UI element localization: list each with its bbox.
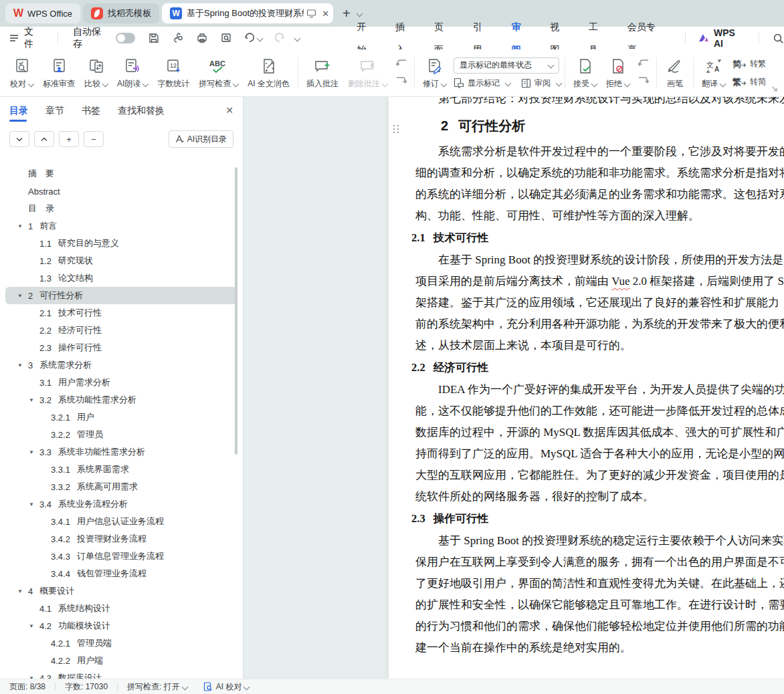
document-page[interactable]: 第七部分结论：对投资理财系统设计与实现的总结以及对该系统未来发展的展望。H12可… [389,97,784,679]
outline-item-2.3[interactable]: 2.3操作可行性 [5,339,237,356]
document-text-line[interactable]: 建一个当前在操作中的系统是绝对实用的。 [415,637,784,659]
collapse-arrow-icon[interactable]: ▼ [27,397,39,403]
accept-revision-button[interactable]: 接受 [569,52,601,94]
save-button[interactable] [148,32,160,44]
collapse-arrow-icon[interactable]: ▼ [27,623,39,629]
document-text-line[interactable]: 架搭建。鉴于其广泛的应用领域，它还展现出了良好的兼容性和扩展能力，在当 [415,292,784,314]
outline-item-3.2[interactable]: ▼3.2系统功能性需求分析 [5,391,237,409]
simplified-to-traditional-button[interactable]: 简 转繁 [732,58,766,70]
export-pdf-button[interactable] [172,32,184,44]
next-revision-icon[interactable] [638,76,650,87]
outline-item-3.4.3[interactable]: 3.4.3订单信息管理业务流程 [5,548,237,565]
spellcheck-flagged-word[interactable]: Vue [611,275,629,287]
document-text-line[interactable]: 细的调查和分析，以确定系统的功能和非功能需求。系统需求分析是指对将要开发 [415,162,784,184]
outline-item-3.2.1[interactable]: 3.2.1用户 [5,409,237,426]
document-text-line[interactable]: 的系统的详细分析，以确定其必须满足的业务需求和功能需求。这包括对系统的架 [415,184,784,205]
document-text-line[interactable]: 持而得到了广泛的应用。MySQL 适合于各种大小的应用，无论是小型的网站还是 [415,443,784,465]
outline-item-2[interactable]: ▼2可行性分析 [5,287,237,304]
spell-check-button[interactable]: ABC 拼写检查 [194,52,243,94]
sidebar-scrollbar[interactable] [235,167,237,455]
outline-item-3.4[interactable]: ▼3.4系统业务流程分析 [5,495,237,513]
hamburger-menu-icon[interactable] [9,34,19,42]
document-text-line[interactable]: 构、功能、性能、可用性、可维护性等方面的深入理解。 [415,205,784,227]
outline-item-Abstract[interactable]: Abstract [5,183,237,200]
sidebar-tab-查找和替换[interactable]: 查找和替换 [118,97,165,124]
proofread-button[interactable]: 校对 [5,52,38,94]
autosave-toggle-off[interactable] [116,33,136,43]
word-count-button[interactable]: 12 字数统计 [153,52,194,94]
document-text-line[interactable]: 前的系统架构中，充分利用各种开源功能，为系统的开发带来了极大的便利。综 [415,314,784,335]
ai-read-aloud-button[interactable]: AI朗读 [112,52,153,94]
outline-item-1[interactable]: ▼1前言 [5,217,237,235]
outline-item-3[interactable]: ▼3系统需求分析 [5,356,237,374]
document-text-line[interactable]: IDEA 作为一个广受好评的集成开发平台，为开发人员提供了尖端的功能和性 [415,379,784,400]
file-menu[interactable]: 文件 [24,26,43,50]
collapse-arrow-icon[interactable]: ▼ [16,223,28,229]
outline-item-4.2.2[interactable]: 4.2.2用户端 [5,652,237,669]
outline-item-目 录[interactable]: 目 录 [5,200,237,217]
collapse-ribbon-icon[interactable] [771,86,779,93]
outline-item-1.2[interactable]: 1.2研究现状 [5,252,237,269]
print-preview-button[interactable] [220,32,232,44]
zoom-in-outline-button[interactable]: + [59,131,79,147]
collapse-arrow-icon[interactable]: ▼ [16,293,28,299]
outline-item-4.2[interactable]: ▼4.2功能模块设计 [5,617,237,634]
insert-comment-button[interactable]: 插入批注 [302,52,343,94]
expand-all-button[interactable] [9,131,29,147]
ai-polish-button[interactable]: AI 全文润色 [243,52,294,94]
spell-check-status[interactable]: 拼写检查: 打开 [127,681,187,693]
document-text-line[interactable]: 系统需求分析是软件开发过程中的一个重要阶段，它涉及对将要开发的系统进 [415,141,784,162]
print-button[interactable] [196,32,208,44]
wps-ai-button[interactable]: WPS AI [698,27,747,49]
outline-item-3.3.2[interactable]: 3.3.2系统高可用需求 [5,478,237,495]
heading-2.1[interactable]: 2.1技术可行性 [411,227,784,249]
redo-button-disabled[interactable] [274,33,285,43]
document-text-line[interactable]: 了更好地吸引用户，界面的简洁性和直观性变得尤为关键。在此基础上，还需要 [415,573,784,594]
outline-item-4.3[interactable]: ▼4.3数据库设计 [5,669,237,679]
sidebar-tab-书签[interactable]: 书签 [82,97,100,124]
tab-wps-home[interactable]: W WPS Office [5,3,80,23]
translate-button[interactable]: 文A 翻译 [697,52,730,94]
page-indicator[interactable]: 页面: 8/38 [9,681,45,693]
outline-item-3.4.2[interactable]: 3.4.2投资理财业务流程 [5,530,237,548]
review-pane-button[interactable]: 审阅 [521,78,561,89]
document-text-line[interactable]: 保用户在互联网上享受到令人满意的服务，拥有一个出色的用户界面是不可或缺 [415,552,784,573]
compare-button[interactable]: 比较 [80,52,112,94]
outline-item-2.2[interactable]: 2.2经济可行性 [5,322,237,339]
outline-item-3.2.2[interactable]: 3.2.2管理员 [5,426,237,443]
outline-item-1.3[interactable]: 1.3论文结构 [5,269,237,287]
outline-item-2.1[interactable]: 2.1技术可行性 [5,304,237,322]
next-comment-icon[interactable] [395,76,407,87]
outline-item-3.3.1[interactable]: 3.3.1系统界面需求 [5,461,237,478]
zoom-out-outline-button[interactable]: − [84,131,104,147]
clipped-paragraph-line[interactable]: 第七部分结论：对投资理财系统设计与实现的总结以及对该系统未来发展的展望。 [415,97,784,109]
markup-state-dropdown[interactable]: 显示标记的最终状态 [454,57,559,74]
document-text-line[interactable]: 统软件所处的网络服务器，很好的控制了成本。 [415,486,784,507]
share-screen-icon[interactable] [306,9,316,18]
undo-chevron-icon[interactable] [257,35,264,41]
outline-item-4.2.1[interactable]: 4.2.1管理员端 [5,634,237,652]
undo-button[interactable] [244,33,262,43]
document-text-line[interactable]: 在基于 Spring Boot 的投资理财系统的设计阶段，所使用的开发方法是关键… [415,249,784,271]
heading-2.2[interactable]: 2.2经济可行性 [411,356,784,379]
close-sidebar-icon[interactable]: ✕ [225,105,233,116]
document-text-line[interactable]: 项目采用的是前后端分离技术，前端由 Vue 2.0 框架搭建，后端则使用了 Sp… [415,271,784,292]
redo-chevron-icon[interactable] [294,35,301,41]
outline-item-4.1[interactable]: 4.1系统结构设计 [5,600,237,617]
ai-recognize-toc-button[interactable]: AI识别目录 [169,130,233,148]
delete-comment-button-disabled[interactable]: 删除批注 [343,52,392,94]
collapse-all-button[interactable] [34,131,54,147]
heading-2[interactable]: H12可行性分析 [441,116,784,136]
previous-comment-icon[interactable] [395,59,407,70]
document-text-line[interactable]: 的扩展性和安全性，以确保它能够稳定且可靠地工作。在进行设计时，需要考虑 [415,594,784,616]
search-icon[interactable] [773,33,784,44]
heading-2.3[interactable]: 2.3操作可行性 [411,507,784,530]
standard-review-button[interactable]: 标准审查 [38,52,80,94]
outline-item-3.3[interactable]: ▼3.3系统非功能性需求分析 [5,443,237,461]
outline-item-3.4.1[interactable]: 3.4.1用户信息认证业务流程 [5,513,237,530]
collapse-arrow-icon[interactable]: ▼ [16,362,28,368]
heading-level-marker[interactable]: H1 [389,118,399,141]
outline-item-1.1[interactable]: 1.1研究目的与意义 [5,235,237,252]
outline-item-4[interactable]: ▼4概要设计 [5,582,237,600]
collapse-arrow-icon[interactable]: ▼ [16,588,28,594]
